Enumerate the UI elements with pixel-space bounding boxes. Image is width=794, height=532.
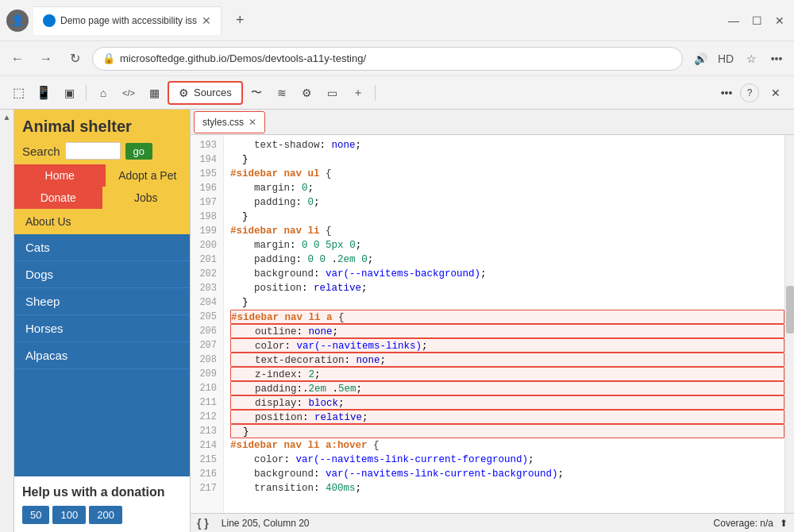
line-number: 201 — [191, 253, 223, 267]
donate-50-button[interactable]: 50 — [22, 506, 49, 524]
close-button[interactable]: ✕ — [772, 14, 788, 27]
devtools-close-button[interactable]: ✕ — [764, 81, 788, 105]
code-line: position: relative; — [230, 410, 784, 424]
line-number: 207 — [191, 338, 223, 353]
code-line: padding:.2em .5em; — [230, 381, 784, 395]
address-bar: ← → ↻ 🔒 microsoftedge.github.io/Demos/de… — [0, 41, 794, 76]
device-button[interactable]: 📱 — [32, 81, 56, 105]
about-nav-button[interactable]: About Us — [14, 209, 190, 234]
code-line: text-decoration: none; — [230, 353, 784, 367]
line-number: 200 — [191, 238, 223, 253]
coverage-button[interactable]: ▦ — [142, 81, 166, 105]
line-number: 197 — [191, 195, 223, 210]
code-line: color: var(--navitems-link-current-foreg… — [230, 453, 784, 467]
tab-close-button[interactable]: ✕ — [202, 14, 211, 27]
forward-button[interactable]: → — [35, 48, 57, 70]
code-line: transition: 400ms; — [230, 481, 784, 495]
address-text: microsoftedge.github.io/Demos/devtools-a… — [120, 52, 673, 64]
donate-100-button[interactable]: 100 — [52, 506, 86, 524]
line-number: 199 — [191, 224, 223, 238]
toolbar-separator2 — [375, 85, 376, 101]
main-area: ▲ Animal shelter Search go Home Adopt a … — [0, 110, 794, 532]
devtools-toolbar: ⬚ 📱 ▣ ⌂ </> ▦ ⚙ Sources 〜 ≋ ⚙ ▭ ＋ ••• ? … — [0, 76, 794, 110]
list-item-dogs[interactable]: Dogs — [14, 261, 190, 288]
window-controls: — ☐ ✕ — [725, 14, 788, 27]
line-number: 204 — [191, 295, 223, 310]
list-item-horses[interactable]: Horses — [14, 315, 190, 342]
line-number: 212 — [191, 410, 223, 424]
code-line: text-shadow: none; — [230, 138, 784, 152]
braces-icon[interactable]: { } — [197, 517, 209, 530]
line-number: 193 — [191, 138, 223, 152]
code-line: color: var(--navitems-links); — [230, 338, 784, 353]
back-button[interactable]: ← — [6, 48, 29, 70]
read-aloud-button[interactable]: 🔊 — [689, 48, 711, 70]
line-number: 202 — [191, 267, 223, 281]
line-number: 216 — [191, 467, 223, 481]
file-tab-close-button[interactable]: ✕ — [249, 117, 256, 128]
code-line: #sidebar nav ul { — [230, 167, 784, 181]
search-row: Search go — [22, 142, 182, 160]
styles-css-tab[interactable]: styles.css ✕ — [194, 111, 265, 133]
wifi-button[interactable]: 〜 — [245, 81, 268, 105]
webpage-content: Animal shelter Search go Home Adopt a Pe… — [14, 110, 190, 532]
line-number: 210 — [191, 381, 223, 395]
donation-buttons: 50 100 200 — [22, 506, 182, 524]
list-item-cats[interactable]: Cats — [14, 234, 190, 261]
home-nav-button[interactable]: Home — [14, 164, 106, 187]
secondary-nav: Donate Jobs — [14, 187, 190, 209]
sources-label: Sources — [194, 87, 232, 98]
add-to-favorites-button[interactable]: ☆ — [740, 48, 762, 70]
line-number: 217 — [191, 481, 223, 495]
search-input[interactable] — [65, 142, 121, 160]
performance-button[interactable]: ≋ — [270, 81, 294, 105]
list-item-alpacas[interactable]: Alpacas — [14, 342, 190, 369]
address-actions: 🔊 HD ☆ ••• — [689, 48, 788, 70]
gear-button[interactable]: ⚙ — [295, 81, 319, 105]
code-line: #sidebar nav li { — [230, 224, 784, 238]
more-button[interactable]: ••• — [765, 48, 788, 70]
plus-tool-button[interactable]: ＋ — [346, 81, 370, 105]
maximize-button[interactable]: ☐ — [749, 14, 765, 27]
shelter-header: Animal shelter Search go — [14, 110, 190, 164]
scroll-thumb[interactable] — [786, 286, 794, 333]
code-content[interactable]: text-shadow: none; }#sidebar nav ul { ma… — [224, 135, 784, 513]
sources-tab-button[interactable]: ⚙ Sources — [168, 81, 243, 105]
more-tools-button[interactable]: ••• — [715, 81, 738, 105]
webpage-panel: ▲ Animal shelter Search go Home Adopt a … — [0, 110, 191, 532]
refresh-button[interactable]: ↻ — [64, 48, 86, 70]
status-right: Coverage: n/a ⬆ — [714, 518, 788, 529]
go-button[interactable]: go — [125, 143, 152, 160]
left-scrollbar[interactable]: ▲ — [0, 110, 14, 532]
layers-button[interactable]: ▭ — [321, 81, 345, 105]
code-line: display: block; — [230, 395, 784, 410]
address-input[interactable]: 🔒 microsoftedge.github.io/Demos/devtools… — [92, 47, 683, 71]
home-tool-button[interactable]: ⌂ — [91, 81, 115, 105]
code-line: position: relative; — [230, 281, 784, 295]
title-bar: 👤 Demo page with accessibility iss ✕ + —… — [0, 0, 794, 41]
line-numbers: 1931941951961971981992002012022032042052… — [191, 135, 224, 513]
right-scrollbar[interactable] — [784, 135, 794, 513]
line-number: 196 — [191, 181, 223, 195]
browser-tab[interactable]: Demo page with accessibility iss ✕ — [33, 6, 222, 35]
code-tool-button[interactable]: </> — [117, 81, 141, 105]
line-number: 198 — [191, 210, 223, 224]
code-line: } — [230, 295, 784, 310]
list-item-sheep[interactable]: Sheep — [14, 288, 190, 315]
line-number: 215 — [191, 453, 223, 467]
sidebar-button[interactable]: ▣ — [57, 81, 81, 105]
line-number: 205 — [191, 310, 223, 324]
animal-list: Cats Dogs Sheep Horses Alpacas — [14, 234, 190, 476]
minimize-button[interactable]: — — [725, 14, 742, 27]
code-line: } — [230, 210, 784, 224]
line-number: 213 — [191, 424, 223, 438]
adopt-nav-button[interactable]: Adopt a Pet — [106, 164, 191, 187]
file-tabs: styles.css ✕ — [191, 110, 794, 135]
help-button[interactable]: ? — [740, 83, 759, 102]
immersive-reader-button[interactable]: HD — [715, 48, 737, 70]
new-tab-button[interactable]: + — [226, 6, 254, 35]
jobs-nav-button[interactable]: Jobs — [102, 187, 191, 209]
inspect-button[interactable]: ⬚ — [6, 81, 30, 105]
donate-200-button[interactable]: 200 — [89, 506, 122, 524]
line-number: 206 — [191, 324, 223, 338]
